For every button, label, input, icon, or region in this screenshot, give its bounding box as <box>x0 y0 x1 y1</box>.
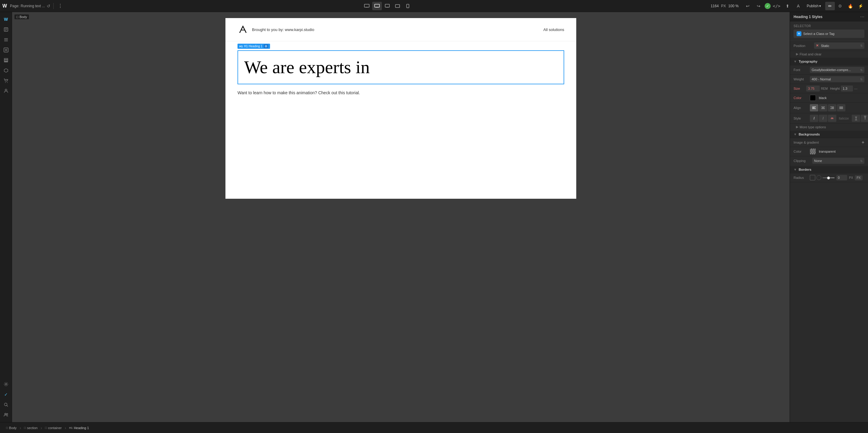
radius-unit-label: PX <box>849 176 853 179</box>
element-settings-icon[interactable]: ⚙ <box>264 44 268 48</box>
align-center-button[interactable] <box>819 104 827 111</box>
svg-rect-0 <box>364 4 369 7</box>
device-tablet-landscape[interactable] <box>393 2 402 10</box>
align-left-button[interactable] <box>810 104 818 111</box>
bg-color-swatch[interactable] <box>810 148 816 155</box>
bg-clipping-arrow-icon: ⇅ <box>860 159 863 163</box>
accessibility-button[interactable]: A <box>794 2 803 10</box>
bolt-tab-icon[interactable]: ⚡ <box>856 2 866 10</box>
font-dropdown[interactable]: Goudybookletter-compre... ⇅ <box>810 67 864 73</box>
element-type-icon: H1 <box>239 45 243 48</box>
strikethrough-button[interactable]: T <box>861 115 868 122</box>
breadcrumb-sep-3: › <box>65 426 66 430</box>
radius-input[interactable] <box>836 175 847 180</box>
italic-oblique-button[interactable]: I <box>819 115 827 122</box>
borders-section-title: Borders <box>799 168 864 171</box>
page-refresh-icon[interactable]: ↺ <box>47 4 50 8</box>
sidebar-item-layers[interactable] <box>1 56 11 65</box>
size-input[interactable] <box>806 86 820 92</box>
italic-button[interactable]: I <box>810 115 818 122</box>
radius-all-icon[interactable] <box>810 175 815 180</box>
height-value[interactable]: 1.3 <box>841 86 853 92</box>
sidebar-item-ecommerce[interactable] <box>1 76 11 86</box>
typography-section-header[interactable]: ▼ Typography <box>790 58 868 65</box>
breadcrumb-heading[interactable]: H1 Heading 1 <box>67 426 91 430</box>
bg-clipping-dropdown[interactable]: None ⇅ <box>812 158 864 164</box>
breadcrumb-container[interactable]: □ container <box>42 426 64 430</box>
sidebar-item-users[interactable] <box>1 410 11 420</box>
svg-point-26 <box>5 89 7 91</box>
breadcrumb-section-icon: □ <box>24 426 26 429</box>
borders-section-header[interactable]: ▼ Borders <box>790 166 868 173</box>
align-justify-button[interactable] <box>837 104 845 111</box>
weight-value: 400 - Normal <box>812 77 831 81</box>
flame-tab-icon[interactable]: 🔥 <box>846 2 855 10</box>
backgrounds-chevron-icon: ▼ <box>794 132 797 136</box>
font-arrow-icon: ⇅ <box>860 68 863 72</box>
sidebar-item-search[interactable] <box>1 400 11 409</box>
color-swatch[interactable] <box>810 95 816 101</box>
bg-color-label: Color <box>794 149 808 153</box>
size-dash: — <box>854 87 858 90</box>
sidebar-item-navigator[interactable] <box>1 35 11 44</box>
radius-slider-icon[interactable] <box>823 177 835 178</box>
header-nav-link[interactable]: All solutions <box>544 27 564 32</box>
panel-more-icon[interactable]: ⋯ <box>860 14 864 19</box>
device-desktop[interactable] <box>372 2 382 10</box>
weight-dropdown[interactable]: 400 - Normal ⇅ <box>810 76 864 82</box>
heading-block[interactable]: H1 H1 Heading 1 ⚙ We are experts in <box>238 50 564 84</box>
sidebar-item-cms[interactable] <box>1 86 11 96</box>
position-dropdown[interactable]: ✕ Static ⇅ <box>814 42 864 49</box>
device-desktop-small[interactable] <box>382 2 392 10</box>
more-type-options-row[interactable]: ▶ More type options <box>790 124 868 130</box>
code-view-button[interactable]: </> <box>772 2 781 10</box>
redo-button[interactable]: ↪ <box>754 2 764 10</box>
breadcrumb-sep-2: › <box>41 426 42 430</box>
publish-chevron-icon: ▾ <box>819 4 821 8</box>
sidebar-item-logo[interactable]: W <box>1 14 11 24</box>
more-options-icon[interactable]: ⋮ <box>58 3 63 9</box>
backgrounds-section-header[interactable]: ▼ Backgrounds <box>790 130 868 138</box>
size-input-group: REM Height 1.3 — <box>806 86 864 92</box>
page-label: Page: <box>10 4 19 8</box>
settings-tab-icon[interactable]: ⚙ <box>835 2 845 10</box>
sidebar-item-pages[interactable] <box>1 25 11 34</box>
bg-add-button[interactable]: + <box>862 140 864 145</box>
color-value: black <box>819 96 827 100</box>
radius-unit-toggle[interactable]: PX <box>855 175 862 180</box>
float-chevron-icon: ▶ <box>796 52 798 56</box>
device-desktop-large[interactable] <box>362 2 372 10</box>
device-mobile[interactable] <box>403 2 412 10</box>
canvas-zoom: 100 % <box>728 4 739 8</box>
svg-marker-23 <box>4 69 8 72</box>
breadcrumb-body[interactable]: □ Body <box>4 426 19 430</box>
page-name[interactable]: Running text ... <box>21 4 45 8</box>
breadcrumb-heading-label: Heading 1 <box>74 426 89 430</box>
no-style-button[interactable]: ✕ <box>828 115 836 122</box>
radius-circle-icon[interactable] <box>816 175 821 180</box>
add-class-button[interactable]: + Select a Class or Tag <box>794 30 864 38</box>
export-button[interactable]: ⬆ <box>783 2 792 10</box>
position-x-icon: ✕ <box>816 44 818 47</box>
canvas-info: 1164 PX 100 % <box>711 4 739 8</box>
borders-chevron-icon: ▼ <box>794 168 797 171</box>
sidebar-item-add[interactable] <box>1 45 11 55</box>
breadcrumb-section[interactable]: □ section <box>22 426 40 430</box>
align-buttons <box>810 104 845 111</box>
sidebar-item-check[interactable]: ✓ <box>1 390 11 399</box>
weight-row: Weight 400 - Normal ⇅ <box>790 75 868 84</box>
plus-icon: + <box>797 31 801 36</box>
heading-text[interactable]: We are experts in <box>238 50 564 84</box>
float-clear-row[interactable]: ▶ Float and clear <box>790 51 868 58</box>
sidebar-item-settings[interactable] <box>1 379 11 389</box>
underline-button[interactable]: T <box>852 115 860 122</box>
svg-point-27 <box>5 384 7 385</box>
style-tab-icon[interactable]: ✏ <box>825 2 835 10</box>
undo-button[interactable]: ↩ <box>743 2 752 10</box>
svg-point-25 <box>7 82 7 83</box>
sidebar-item-components[interactable] <box>1 66 11 75</box>
font-row: Font Goudybookletter-compre... ⇅ <box>790 65 868 75</box>
style-row: Style I I ✕ Italicize T T T Decoration <box>790 113 868 124</box>
publish-button[interactable]: Heading 1 Styles Publish ▾ <box>804 3 824 9</box>
align-right-button[interactable] <box>828 104 836 111</box>
